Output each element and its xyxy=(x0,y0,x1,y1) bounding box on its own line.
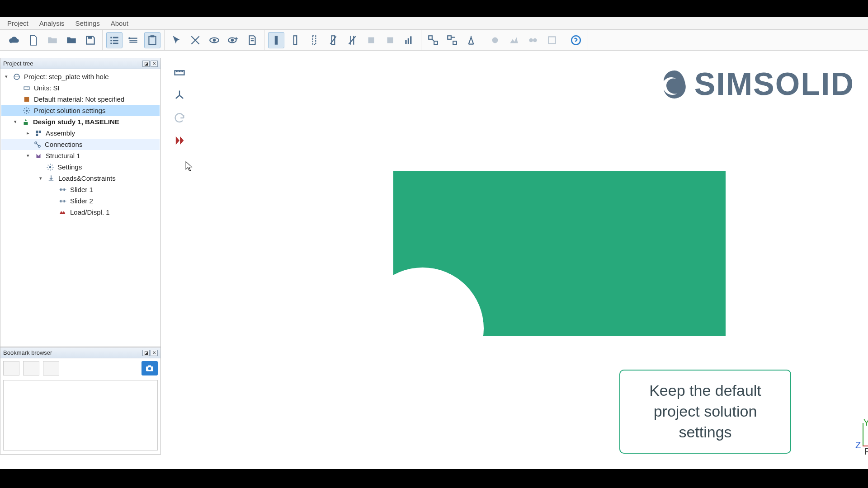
panel-close-icon[interactable]: ✕ xyxy=(151,61,158,67)
menu-settings[interactable]: Settings xyxy=(70,18,105,29)
svg-rect-13 xyxy=(387,37,393,43)
svg-rect-17 xyxy=(429,36,432,39)
bookmark-toolbar-icon[interactable] xyxy=(125,32,142,48)
svg-rect-3 xyxy=(151,35,155,37)
study-icon xyxy=(21,118,30,126)
select-arrow-icon[interactable] xyxy=(168,32,184,48)
visibility-plus-icon[interactable] xyxy=(225,32,241,48)
menu-about[interactable]: About xyxy=(105,18,134,29)
viewport-3d[interactable]: SIMSOLID Keep the default project soluti… xyxy=(190,58,868,455)
tree-units[interactable]: Units: SI xyxy=(34,84,60,92)
svg-point-28 xyxy=(26,109,28,112)
bookmark-btn-1[interactable] xyxy=(3,361,19,375)
axis-z-label: Z xyxy=(855,440,861,450)
svg-rect-10 xyxy=(313,36,316,45)
tree-solution-settings[interactable]: Project solution settings xyxy=(34,107,105,114)
svg-rect-15 xyxy=(408,38,409,44)
crossing-arrows-icon[interactable] xyxy=(187,32,203,48)
svg-rect-30 xyxy=(39,131,41,133)
result-a-icon[interactable] xyxy=(487,32,503,48)
result-c-icon[interactable] xyxy=(525,32,541,48)
tree-loads-constraints[interactable]: Loads&Constraints xyxy=(58,174,116,182)
result-b-icon[interactable] xyxy=(506,32,522,48)
svg-rect-0 xyxy=(88,36,92,38)
tool-a-icon[interactable] xyxy=(363,32,379,48)
svg-point-22 xyxy=(529,38,533,42)
ruler-icon[interactable] xyxy=(172,65,187,80)
tree-collapse-icon[interactable]: ▾ xyxy=(38,175,44,181)
logo-text: SIMSOLID xyxy=(694,66,854,102)
logo-swirl-icon xyxy=(658,68,691,100)
menu-project[interactable]: Project xyxy=(2,18,34,29)
gear-icon xyxy=(22,107,31,115)
column-dashed-icon[interactable] xyxy=(306,32,322,48)
material-icon xyxy=(22,95,31,103)
list-view-icon[interactable] xyxy=(106,32,123,48)
project-tree[interactable]: ▾ Project: step_plate with hole Units: S… xyxy=(0,69,160,220)
column-solid-icon[interactable] xyxy=(268,32,284,48)
tree-collapse-icon[interactable]: ▾ xyxy=(12,119,19,125)
tree-design-study[interactable]: Design study 1, BASELINE xyxy=(33,118,119,126)
project-tree-title-bar: Project tree ◪ ✕ xyxy=(0,58,160,69)
column-outline-icon[interactable] xyxy=(287,32,303,48)
main-toolbar xyxy=(0,30,868,51)
panel-pin-icon[interactable]: ◪ xyxy=(142,61,150,67)
svg-point-21 xyxy=(492,37,498,43)
svg-point-34 xyxy=(49,166,52,168)
column-slash-icon[interactable] xyxy=(325,32,341,48)
bookmark-list[interactable] xyxy=(3,380,158,450)
connect-tool-icon[interactable] xyxy=(425,32,441,48)
load-displ-icon xyxy=(58,208,67,216)
save-icon[interactable] xyxy=(82,32,99,48)
svg-rect-31 xyxy=(36,133,38,136)
tool-b-icon[interactable] xyxy=(382,32,398,48)
tree-connections[interactable]: Connections xyxy=(45,141,82,148)
slider-icon xyxy=(58,197,67,205)
run-icon[interactable] xyxy=(172,133,187,148)
project-tree-panel: Project tree ◪ ✕ ▾ Project: step_plate w… xyxy=(0,58,161,347)
svg-point-36 xyxy=(148,367,151,370)
menu-analysis[interactable]: Analysis xyxy=(34,18,70,29)
compass-icon[interactable] xyxy=(463,32,479,48)
tree-collapse-icon[interactable]: ▾ xyxy=(3,74,9,80)
connect-edit-icon[interactable] xyxy=(444,32,460,48)
refresh-icon[interactable] xyxy=(172,110,187,126)
tree-load-displ[interactable]: Load/Displ. 1 xyxy=(70,208,110,216)
clipboard-icon[interactable] xyxy=(144,32,160,48)
bookmark-btn-3[interactable] xyxy=(43,361,59,375)
help-icon[interactable] xyxy=(568,32,584,48)
tree-slider-2[interactable]: Slider 2 xyxy=(70,197,93,205)
slider-icon xyxy=(58,186,67,194)
tree-expand-icon[interactable]: ▸ xyxy=(25,130,31,136)
folder-icon[interactable] xyxy=(63,32,80,48)
tree-assembly[interactable]: Assembly xyxy=(46,129,75,137)
cloud-icon[interactable] xyxy=(6,32,23,48)
svg-rect-37 xyxy=(148,366,151,367)
tree-structural[interactable]: Structural 1 xyxy=(46,152,80,160)
tree-slider-1[interactable]: Slider 1 xyxy=(70,186,93,193)
document-tool-icon[interactable] xyxy=(244,32,260,48)
svg-rect-9 xyxy=(294,36,297,45)
open-folder-icon[interactable] xyxy=(44,32,61,48)
axes-icon[interactable] xyxy=(172,88,187,103)
svg-rect-26 xyxy=(24,87,29,89)
column-hidden-icon[interactable] xyxy=(344,32,360,48)
bookmark-btn-2[interactable] xyxy=(23,361,39,375)
tree-collapse-icon[interactable]: ▾ xyxy=(25,153,31,159)
new-file-icon[interactable] xyxy=(25,32,42,48)
chart-bars-icon[interactable] xyxy=(401,32,417,48)
panel-close-icon[interactable]: ✕ xyxy=(151,350,158,356)
bookmark-title: Bookmark browser xyxy=(3,349,52,356)
tree-project-root[interactable]: Project: step_plate with hole xyxy=(24,73,109,80)
menu-bar: Project Analysis Settings About xyxy=(0,17,868,30)
camera-icon[interactable] xyxy=(142,361,158,375)
svg-rect-20 xyxy=(453,41,457,45)
result-d-icon[interactable] xyxy=(544,32,560,48)
svg-rect-19 xyxy=(448,36,451,39)
tree-settings-structural[interactable]: Settings xyxy=(57,163,82,171)
panel-pin-icon[interactable]: ◪ xyxy=(142,350,150,356)
svg-point-7 xyxy=(231,39,233,41)
tree-material[interactable]: Default material: Not specified xyxy=(34,95,124,103)
visibility-icon[interactable] xyxy=(206,32,222,48)
gear-icon xyxy=(46,163,55,171)
